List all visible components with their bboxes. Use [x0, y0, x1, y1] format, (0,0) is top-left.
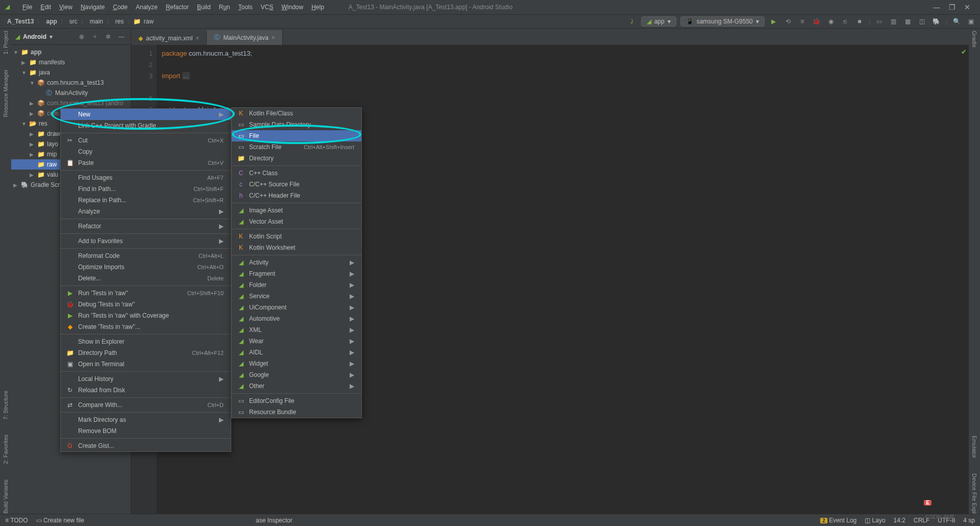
menu-item[interactable]: Add to Favorites▶: [61, 235, 231, 247]
tool-project[interactable]: 1: Project: [3, 31, 9, 54]
menu-item[interactable]: Analyze▶: [61, 206, 231, 217]
locate-icon[interactable]: ⊕: [77, 32, 87, 42]
menu-item[interactable]: ◢Widget▶: [232, 358, 361, 369]
crumb-1[interactable]: app: [43, 17, 60, 26]
crumb-4[interactable]: res: [112, 17, 127, 26]
settings-icon[interactable]: ▣: [966, 16, 976, 27]
debug-icon[interactable]: 🐞: [812, 16, 822, 27]
tree-app[interactable]: ▼📁app: [11, 47, 131, 57]
minimize-icon[interactable]: —: [929, 3, 944, 11]
status-todo[interactable]: ≡ TODO: [5, 517, 28, 524]
crumb-5[interactable]: raw: [141, 17, 157, 26]
menu-item[interactable]: Optimize ImportsCtrl+Alt+O: [61, 261, 231, 273]
tab-java[interactable]: ⒸMainActivity.java×: [207, 30, 283, 45]
profile-icon[interactable]: ◉: [826, 16, 836, 27]
menu-item[interactable]: ◢Fragment▶: [232, 268, 361, 279]
apply-code-icon[interactable]: ≡: [797, 16, 807, 27]
tool-build-variants[interactable]: Build Variants: [3, 480, 9, 514]
menu-refactor[interactable]: Refactor: [162, 4, 193, 11]
menu-item[interactable]: ▶Run 'Tests in 'raw'' with Coverage: [61, 310, 231, 321]
menu-build[interactable]: Build: [193, 4, 215, 11]
status-dbinspector[interactable]: ase Inspector: [256, 517, 292, 524]
menu-item[interactable]: ◢XML▶: [232, 324, 361, 336]
menu-item[interactable]: 📁Directory: [232, 153, 361, 164]
menu-item[interactable]: Mark Directory as▶: [61, 414, 231, 425]
menu-analyze[interactable]: Analyze: [132, 4, 162, 11]
tab-layout[interactable]: ◆activity_main.xml×: [131, 32, 207, 45]
menu-item[interactable]: Show in Explorer: [61, 336, 231, 347]
menu-item[interactable]: ▭Scratch FileCtrl+Alt+Shift+Insert: [232, 141, 361, 153]
gear-icon[interactable]: ✲: [103, 32, 113, 42]
menu-item[interactable]: Replace in Path...Ctrl+Shift+R: [61, 195, 231, 206]
project-view-select[interactable]: Android: [23, 33, 46, 40]
sdk-icon[interactable]: ▥: [889, 16, 899, 27]
tool-favorites[interactable]: 2: Favorites: [3, 435, 9, 464]
search-icon[interactable]: 🔍: [951, 16, 962, 27]
menu-item[interactable]: 📁Directory PathCtrl+Alt+F12: [61, 347, 231, 358]
menu-item[interactable]: ◢Automotive▶: [232, 313, 361, 324]
menu-item[interactable]: Find in Path...Ctrl+Shift+F: [61, 183, 231, 195]
status-indent[interactable]: 4 sp: [963, 517, 975, 524]
menu-vcs[interactable]: VCS: [257, 4, 278, 11]
layout-inspector-icon[interactable]: ◫: [917, 16, 927, 27]
menu-tools[interactable]: Tools: [234, 4, 257, 11]
menu-item[interactable]: ⇄Compare With...Ctrl+D: [61, 399, 231, 411]
menu-item[interactable]: GCreate Gist...: [61, 440, 231, 451]
menu-item[interactable]: Local History▶: [61, 373, 231, 385]
menu-item[interactable]: ◢Wear▶: [232, 336, 361, 347]
menu-navigate[interactable]: Navigate: [77, 4, 109, 11]
tree-java[interactable]: ▼📁java: [11, 67, 131, 78]
sync-icon[interactable]: ⤸: [627, 16, 637, 27]
menu-run[interactable]: Run: [215, 4, 234, 11]
menu-item[interactable]: ◢Other▶: [232, 380, 361, 392]
status-eventlog[interactable]: 2 Event Log: [820, 517, 856, 524]
menu-item[interactable]: ◢Folder▶: [232, 279, 361, 291]
hide-icon[interactable]: —: [116, 32, 127, 42]
menu-item[interactable]: ◢Vector Asset: [232, 216, 361, 227]
menu-item[interactable]: ▭EditorConfig File: [232, 395, 361, 407]
stop-icon[interactable]: ■: [854, 16, 865, 27]
close-icon[interactable]: ×: [195, 35, 199, 42]
tree-pkg-android[interactable]: ▶📦com.hnucm.a_test13 (andro: [11, 98, 131, 108]
close-icon[interactable]: ×: [272, 34, 275, 41]
status-layoutinsp[interactable]: ◫ Layo: [865, 517, 885, 524]
crumb-3[interactable]: main: [87, 17, 106, 26]
resmgr-icon[interactable]: ▦: [903, 16, 913, 27]
menu-item[interactable]: ◢Activity▶: [232, 257, 361, 268]
menu-item[interactable]: ▭File: [232, 130, 361, 141]
menu-item[interactable]: ◢Service▶: [232, 291, 361, 302]
menu-item[interactable]: hC/C++ Header File: [232, 190, 361, 201]
menu-item[interactable]: ◢Google▶: [232, 369, 361, 380]
menu-item[interactable]: CC++ Class: [232, 168, 361, 179]
filter-icon[interactable]: ÷: [90, 32, 100, 42]
menu-item[interactable]: Find UsagesAlt+F7: [61, 172, 231, 183]
menu-file[interactable]: FFileile: [18, 4, 36, 11]
tool-resource-manager[interactable]: Resource Manager: [3, 69, 9, 117]
menu-view[interactable]: View: [55, 4, 77, 11]
menu-item[interactable]: KKotlin File/Class: [232, 108, 361, 119]
menu-item[interactable]: ↻Reload from Disk: [61, 385, 231, 396]
menu-code[interactable]: Code: [109, 4, 132, 11]
menu-window[interactable]: Window: [277, 4, 307, 11]
menu-item[interactable]: ▭Sample Data Directory: [232, 119, 361, 130]
run-config-select[interactable]: ◢ app ▾: [641, 16, 676, 27]
menu-item[interactable]: ▭Resource Bundle: [232, 407, 361, 418]
menu-item[interactable]: 🐞Debug 'Tests in 'raw'': [61, 299, 231, 310]
menu-item[interactable]: ◢AIDL▶: [232, 347, 361, 358]
menu-item[interactable]: Remove BOM: [61, 425, 231, 437]
menu-item[interactable]: ✂CutCtrl+X: [61, 135, 231, 146]
tree-mainactivity[interactable]: ⒸMainActivity: [11, 88, 131, 98]
menu-item[interactable]: ▣Open in Terminal: [61, 358, 231, 370]
crumb-2[interactable]: src: [66, 17, 81, 26]
apply-changes-icon[interactable]: ⟲: [783, 16, 793, 27]
tree-pkg[interactable]: ▼📦com.hnucm.a_test13: [11, 78, 131, 88]
menu-item[interactable]: Delete...Delete: [61, 273, 231, 284]
crumb-0[interactable]: A_Test13: [4, 17, 37, 26]
run-icon[interactable]: ▶: [769, 16, 779, 27]
menu-item[interactable]: Link C++ Project with Gradle: [61, 120, 231, 131]
menu-item[interactable]: ◢UiComponent▶: [232, 302, 361, 313]
sync-gradle-icon[interactable]: 🐘: [932, 16, 942, 27]
menu-item[interactable]: New▶: [61, 109, 231, 120]
menu-edit[interactable]: Edit: [36, 4, 55, 11]
tool-gradle[interactable]: Gradle: [971, 31, 977, 47]
